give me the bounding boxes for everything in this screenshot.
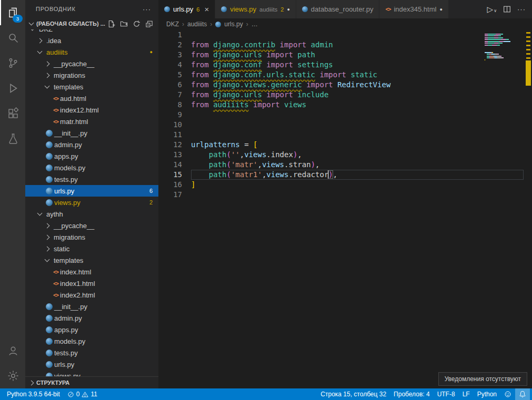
outline-section-header[interactable]: СТРУКТУРА — [25, 376, 158, 388]
overview-ruler[interactable] — [525, 30, 532, 388]
new-folder-icon[interactable] — [120, 20, 128, 28]
tree-item-index1.html[interactable]: <>index1.html — [25, 278, 158, 289]
code-line-7[interactable]: 7from django.urls import include — [158, 90, 532, 100]
problems-status[interactable]: 0 11 — [64, 388, 101, 400]
tree-item-__init__.py[interactable]: __init__.py — [25, 301, 158, 312]
breadcrumb-item[interactable]: DKZ — [166, 20, 179, 28]
tree-item-__pycache__[interactable]: __pycache__ — [25, 220, 158, 231]
accounts-icon[interactable] — [0, 338, 25, 363]
new-file-icon[interactable] — [107, 20, 115, 28]
scrollbar-warning-marker — [526, 60, 531, 86]
code-line-8[interactable]: 8from audiiits import views — [158, 100, 532, 110]
tree-item-aud.html[interactable]: <>aud.html — [25, 93, 158, 104]
python-interpreter-status[interactable]: Python 3.9.5 64-bit — [3, 388, 64, 400]
settings-gear-icon[interactable] — [0, 363, 25, 388]
breadcrumb-item[interactable]: … — [252, 20, 258, 28]
tree-item-aythh[interactable]: aythh — [25, 208, 158, 220]
cursor-position-status[interactable]: Строка 15, столбец 32 — [317, 388, 390, 400]
tree-item-apps.py[interactable]: apps.py — [25, 324, 158, 335]
code-line-13[interactable]: 13 path('',views.index), — [158, 150, 532, 160]
minimap[interactable] — [484, 32, 524, 63]
code-line-5[interactable]: 5from django.conf.urls.static import sta… — [158, 70, 532, 80]
tree-item-tests.py[interactable]: tests.py — [25, 347, 158, 358]
code-line-12[interactable]: 12urlpatterns = [ — [158, 140, 532, 150]
code-line-15[interactable]: 15 path('matr1',views.redactor), — [158, 170, 532, 180]
tree-item-templates[interactable]: templates — [25, 254, 158, 266]
tree-item-migrations[interactable]: migrations — [25, 231, 158, 243]
indentation-status[interactable]: Пробелов: 4 — [390, 388, 434, 400]
tree-item-urls.py[interactable]: urls.py6 — [25, 185, 158, 197]
run-python-file-button[interactable]: ▷ ∨ — [487, 5, 497, 13]
notifications-bell-icon[interactable] — [515, 388, 530, 400]
tree-item-models.py[interactable]: models.py — [25, 162, 158, 173]
source-control-icon[interactable] — [0, 50, 25, 76]
sidebar-more-actions-icon[interactable]: ··· — [143, 5, 151, 13]
tab-views.py[interactable]: views.pyaudiiits2● — [215, 0, 296, 18]
tab-index345.html[interactable]: <>index345.html● — [379, 0, 448, 18]
extensions-icon[interactable] — [0, 101, 25, 126]
eol-status[interactable]: LF — [459, 388, 474, 400]
tree-item-index2.html[interactable]: <>index2.html — [25, 289, 158, 301]
line-number: 8 — [158, 100, 191, 110]
tree-item-tests.py[interactable]: tests.py — [25, 173, 158, 185]
tree-item-DKZ[interactable]: DKZ — [25, 29, 158, 35]
python-file-icon — [221, 6, 227, 12]
file-label: audiiits — [46, 48, 67, 56]
search-icon[interactable] — [0, 25, 25, 50]
tree-item-matr.html[interactable]: <>matr.html — [25, 116, 158, 127]
file-label: aud.html — [60, 95, 86, 102]
tree-item-apps.py[interactable]: apps.py — [25, 150, 158, 162]
file-label: urls.py — [54, 187, 74, 195]
tree-item-templates[interactable]: templates — [25, 81, 158, 93]
language-mode-status[interactable]: Python — [474, 388, 500, 400]
tab-urls.py[interactable]: urls.py6× — [158, 0, 215, 18]
html-file-icon: <> — [385, 6, 390, 12]
refresh-icon[interactable] — [133, 20, 140, 28]
tree-item-urls.py[interactable]: urls.py — [25, 358, 158, 370]
warning-marker — [526, 57, 530, 59]
tree-item-admin.py[interactable]: admin.py — [25, 312, 158, 324]
breadcrumb-item[interactable]: audiiits — [187, 20, 207, 28]
code-line-9[interactable]: 9 — [158, 110, 532, 120]
code-line-14[interactable]: 14 path('matr',views.stran), — [158, 160, 532, 170]
tree-item-views.py[interactable]: views.py2 — [25, 197, 158, 208]
code-line-17[interactable]: 17 — [158, 190, 532, 200]
tree-item-models.py[interactable]: models.py — [25, 335, 158, 347]
testing-icon[interactable] — [0, 126, 25, 151]
tree-item-migrations[interactable]: migrations — [25, 69, 158, 81]
tree-item-views.py[interactable]: views.py — [25, 370, 158, 376]
line-number: 1 — [158, 30, 191, 40]
tree-item-static[interactable]: static — [25, 243, 158, 254]
chevron-right-icon — [37, 38, 43, 43]
close-icon[interactable]: × — [204, 5, 209, 13]
code-line-1[interactable]: 1 — [158, 30, 532, 40]
encoding-status[interactable]: UTF-8 — [434, 388, 459, 400]
code-line-10[interactable]: 10 — [158, 120, 532, 130]
code-line-11[interactable]: 11 — [158, 130, 532, 140]
split-editor-icon[interactable] — [503, 5, 511, 13]
tree-item-index.html[interactable]: <>index.html — [25, 266, 158, 278]
feedback-icon[interactable] — [500, 388, 515, 400]
code-line-6[interactable]: 6from django.views.generic import Redire… — [158, 80, 532, 90]
tree-item-__pycache__[interactable]: __pycache__ — [25, 58, 158, 69]
chevron-right-icon — [45, 246, 50, 251]
chevron-right-icon — [45, 234, 50, 240]
code-line-4[interactable]: 4from django.conf import settings — [158, 60, 532, 70]
editor-more-actions-icon[interactable]: ··· — [517, 5, 526, 13]
editor[interactable]: 12from django.contrib import admin3from … — [158, 30, 532, 388]
tree-item-index12.html[interactable]: <>index12.html — [25, 104, 158, 116]
tree-item-admin.py[interactable]: admin.py — [25, 139, 158, 150]
breadcrumb-item[interactable]: urls.py — [224, 20, 243, 28]
code-line-16[interactable]: 16] — [158, 180, 532, 190]
code-line-3[interactable]: 3from django.urls import path — [158, 50, 532, 60]
tree-item-audiiits[interactable]: audiiits● — [25, 46, 158, 58]
collapse-all-icon[interactable] — [145, 20, 153, 28]
code-line-2[interactable]: 2from django.contrib import admin — [158, 40, 532, 50]
tree-item-.idea[interactable]: .idea — [25, 35, 158, 46]
tab-database_roouter.py[interactable]: database_roouter.py — [296, 0, 380, 18]
workspace-section-header[interactable]: (РАБОЧАЯ ОБЛАСТЬ) ... — [25, 18, 158, 29]
explorer-icon[interactable]: 3 — [0, 0, 25, 25]
tree-item-__init__.py[interactable]: __init__.py — [25, 127, 158, 139]
run-debug-icon[interactable] — [0, 76, 25, 101]
html-file-icon: <> — [53, 292, 58, 298]
